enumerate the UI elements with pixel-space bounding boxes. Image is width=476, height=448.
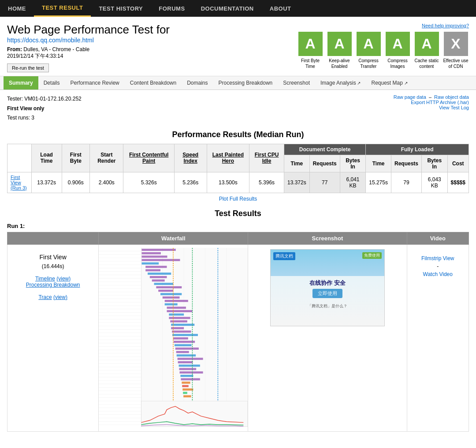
from-info: From: Dulles, VA - Chrome - Cable 2019/1…	[7, 46, 297, 60]
doc-time-col: Time	[284, 155, 309, 172]
page-header: Web Page Performance Test for https://do…	[0, 17, 476, 76]
grade-cache-static: A Cache static content	[413, 32, 440, 69]
fl-time-col: Time	[366, 155, 391, 172]
grade-box-cache-static: A	[415, 32, 439, 56]
svg-rect-42	[178, 361, 193, 363]
svg-rect-29	[169, 317, 190, 319]
screenshot-bg: 腾讯文档 免费使用 在线协作 安全 立即使用 「腾讯文档」是什么？	[271, 250, 384, 326]
grade-box-compress-transfer: A	[357, 32, 381, 56]
grade-box-cdn: X	[444, 32, 468, 56]
tab-screenshot[interactable]: Screenshot	[278, 76, 315, 90]
rerun-button[interactable]: Re-run the test	[7, 63, 49, 72]
grade-compress-images: A Compress Images	[384, 32, 411, 69]
svg-rect-24	[165, 300, 188, 302]
col-speed-index: Speed Index	[174, 144, 207, 172]
svg-rect-15	[146, 269, 161, 271]
svg-rect-19	[154, 283, 173, 285]
tab-summary[interactable]: Summary	[4, 76, 38, 90]
trace-view-link[interactable]: (view)	[53, 294, 67, 300]
test-results-title: Test Results	[7, 209, 469, 218]
timeline-link[interactable]: Timeline	[35, 276, 55, 282]
svg-rect-9	[142, 249, 176, 251]
tab-details[interactable]: Details	[38, 76, 65, 90]
raw-page-data-link[interactable]: Raw page data	[394, 94, 426, 100]
processing-breakdown-link: Processing Breakdown	[12, 282, 94, 288]
grade-box-compress-images: A	[386, 32, 410, 56]
cell-fl-bytes: 6,043 KB	[422, 172, 448, 193]
svg-rect-40	[177, 354, 196, 356]
cell-first-contentful-paint: 5.326s	[123, 172, 174, 193]
grade-label-compress-images: Compress Images	[384, 58, 411, 69]
grade-box-first-byte: A	[298, 32, 323, 56]
grade-first-byte: A First Byte Time	[297, 32, 324, 69]
svg-rect-43	[179, 365, 200, 367]
svg-rect-3	[141, 248, 248, 427]
nav-documentation[interactable]: DOCUMENTATION	[193, 1, 262, 16]
screenshot-cell: 腾讯文档 免费使用 在线协作 安全 立即使用 「腾讯文档」是什么？	[248, 244, 407, 431]
run-label: Run 1:	[7, 223, 469, 229]
svg-rect-18	[152, 279, 165, 281]
watch-video-link[interactable]: Watch Video	[412, 271, 465, 277]
svg-rect-34	[172, 334, 198, 336]
nav-forums[interactable]: FORUMS	[151, 1, 193, 16]
tab-processing-breakdown[interactable]: Processing Breakdown	[213, 76, 278, 90]
grades-container: A First Byte Time A Keep-alive Enabled A…	[297, 32, 469, 69]
table-row: First View(Run 3) 13.372s 0.906s 2.400s …	[7, 172, 469, 193]
export-har-link[interactable]: Export HTTP Archive (.har)	[411, 100, 469, 105]
svg-rect-12	[142, 259, 180, 261]
col-header-video: Video	[407, 232, 469, 244]
meta-left: Tester: VM01-01-172.16.20.252 First View…	[7, 94, 82, 123]
svg-rect-21	[159, 290, 174, 292]
header-left: Web Page Performance Test for https://do…	[7, 23, 297, 72]
view-info: First View only	[7, 104, 82, 114]
meta-info: Tester: VM01-01-172.16.20.252 First View…	[7, 94, 469, 123]
doc-requests-col: Requests	[309, 155, 340, 172]
tab-content-breakdown[interactable]: Content Breakdown	[125, 76, 182, 90]
cell-start-render: 2.400s	[90, 172, 123, 193]
cell-speed-index: 5.236s	[174, 172, 207, 193]
nav-test-result[interactable]: TEST RESULT	[34, 0, 91, 17]
svg-rect-45	[180, 371, 203, 373]
video-cell: Filmstrip View - Watch Video	[407, 244, 469, 431]
svg-rect-51	[183, 392, 188, 394]
test-results-section: Test Results Run 1: Waterfall Screenshot…	[7, 209, 469, 432]
processing-link[interactable]: Processing Breakdown	[26, 282, 80, 288]
filmstrip-view-link[interactable]: Filmstrip View	[412, 255, 465, 261]
tab-domains[interactable]: Domains	[182, 76, 213, 90]
test-runs: Test runs: 3	[7, 113, 82, 123]
svg-rect-39	[176, 351, 189, 353]
svg-rect-31	[171, 324, 194, 326]
cell-fl-requests: 79	[391, 172, 421, 193]
top-nav: HOME TEST RESULT TEST HISTORY FORUMS DOC…	[0, 0, 476, 17]
header-right: Need help improving? A First Byte Time A…	[297, 23, 469, 69]
trace-link[interactable]: Trace	[38, 294, 52, 300]
view-test-log-link[interactable]: View Test Log	[439, 105, 469, 110]
fl-bytes-col: Bytes In	[422, 155, 448, 172]
nav-home[interactable]: HOME	[0, 1, 34, 16]
tab-performance-review[interactable]: Performance Review	[65, 76, 124, 90]
tester-info: Tester: VM01-01-172.16.20.252	[7, 94, 82, 104]
col-first-contentful-paint: First Contentful Paint	[123, 144, 174, 172]
svg-rect-50	[183, 388, 193, 391]
tab-request-map[interactable]: Request Map	[366, 76, 413, 90]
timeline-view-link[interactable]: (view)	[56, 276, 71, 282]
svg-rect-52	[183, 395, 191, 397]
cell-doc-requests: 77	[309, 172, 340, 193]
svg-rect-16	[148, 273, 171, 275]
test-url[interactable]: https://docs.qq.com/mobile.html	[7, 37, 94, 44]
fl-requests-col: Requests	[391, 155, 421, 172]
tab-image-analysis[interactable]: Image Analysis	[315, 76, 366, 90]
plot-full-results-link[interactable]: Plot Full Results	[219, 196, 257, 202]
col-header-screenshot: Screenshot	[248, 232, 407, 244]
raw-object-data-link[interactable]: Raw object data	[434, 94, 469, 100]
cell-cost: $$$$$	[447, 172, 469, 193]
cell-first-byte: 0.906s	[62, 172, 90, 193]
need-help-link[interactable]: Need help improving?	[422, 23, 469, 28]
cell-first-cpu-idle: 5.396s	[249, 172, 284, 193]
doc-complete-header: Document Complete	[284, 144, 365, 155]
nav-about[interactable]: ABOUT	[262, 1, 299, 16]
nav-test-history[interactable]: TEST HISTORY	[91, 1, 151, 16]
grade-label-keepalive: Keep-alive Enabled	[326, 58, 353, 69]
col-start-render: Start Render	[90, 144, 123, 172]
svg-rect-41	[178, 358, 203, 360]
